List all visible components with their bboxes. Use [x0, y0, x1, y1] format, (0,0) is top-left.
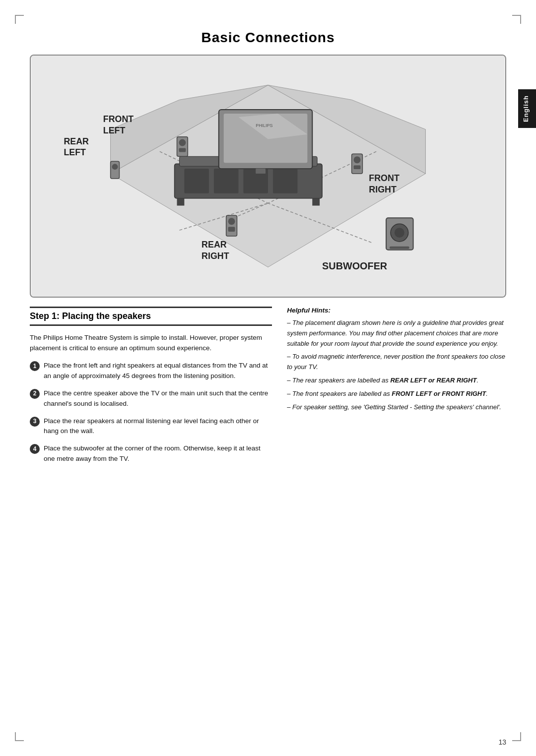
hint-item-2: – The rear speakers are labelled as REAR…	[287, 376, 506, 386]
hints-container: – The placement diagram shown here is on…	[287, 318, 506, 412]
svg-text:FRONT: FRONT	[369, 173, 400, 183]
svg-rect-29	[354, 156, 361, 163]
svg-rect-15	[312, 198, 320, 206]
step-heading: Step 1: Placing the speakers	[30, 307, 272, 326]
step-number-4: 4	[30, 444, 40, 454]
bottom-section: Step 1: Placing the speakers The Philips…	[30, 307, 506, 471]
right-column: Helpful Hints: – The placement diagram s…	[287, 307, 506, 471]
svg-text:SUBWOOFER: SUBWOOFER	[322, 260, 387, 271]
helpful-hints-title: Helpful Hints:	[287, 307, 506, 314]
svg-rect-22	[256, 169, 266, 174]
step-list: 1Place the front left and right speakers…	[30, 361, 272, 464]
step-list-item-1: 1Place the front left and right speakers…	[30, 361, 272, 381]
step-item-text-2: Place the centre speaker above the TV or…	[44, 388, 272, 409]
svg-rect-45	[390, 247, 409, 249]
speaker-diagram: PHILIPS FRONT LEFT FRONT RIGHT REAR LEFT	[30, 55, 506, 298]
corner-mark-bl	[15, 732, 24, 741]
corner-mark-tr	[512, 15, 521, 24]
svg-rect-30	[354, 165, 361, 169]
svg-text:REAR: REAR	[64, 136, 89, 146]
svg-text:RIGHT: RIGHT	[369, 185, 397, 194]
step-item-text-3: Place the rear speakers at normal listen…	[44, 416, 272, 437]
svg-rect-38	[228, 218, 235, 225]
svg-point-44	[395, 228, 404, 238]
svg-rect-14	[177, 198, 185, 206]
hint-item-0: – The placement diagram shown here is on…	[287, 318, 506, 349]
english-tab: English	[518, 89, 536, 128]
left-column: Step 1: Placing the speakers The Philips…	[30, 307, 272, 471]
page-number: 13	[498, 738, 506, 746]
svg-text:RIGHT: RIGHT	[201, 251, 229, 261]
corner-mark-tl	[15, 15, 24, 24]
step-item-text-4: Place the subwoofer at the corner of the…	[44, 443, 272, 464]
step-list-item-2: 2Place the centre speaker above the TV o…	[30, 388, 272, 409]
step-number-1: 1	[30, 361, 40, 371]
svg-text:LEFT: LEFT	[103, 126, 126, 135]
step-list-item-3: 3Place the rear speakers at normal liste…	[30, 416, 272, 437]
hint-item-4: – For speaker setting, see 'Getting Star…	[287, 402, 506, 413]
svg-rect-24	[179, 139, 186, 146]
intro-paragraph: The Philips Home Theatre System is simpl…	[30, 333, 272, 354]
svg-rect-25	[179, 148, 186, 152]
svg-rect-11	[214, 169, 239, 193]
svg-rect-10	[184, 169, 209, 193]
svg-rect-34	[112, 164, 118, 170]
svg-text:FRONT: FRONT	[103, 114, 134, 124]
step-number-3: 3	[30, 417, 40, 427]
corner-mark-br	[512, 732, 521, 741]
svg-text:PHILIPS: PHILIPS	[256, 123, 272, 128]
svg-rect-13	[273, 169, 298, 193]
page-content: Basic Connections	[30, 30, 506, 726]
svg-text:REAR: REAR	[201, 240, 227, 250]
step-number-2: 2	[30, 389, 40, 399]
hint-item-1: – To avoid magnetic interference, never …	[287, 352, 506, 373]
page-title: Basic Connections	[30, 30, 506, 50]
hint-item-3: – The front speakers are labelled as FRO…	[287, 389, 506, 399]
svg-text:LEFT: LEFT	[64, 147, 86, 157]
svg-rect-39	[228, 227, 235, 232]
step-list-item-4: 4Place the subwoofer at the corner of th…	[30, 443, 272, 464]
step-item-text-1: Place the front left and right speakers …	[44, 361, 272, 381]
